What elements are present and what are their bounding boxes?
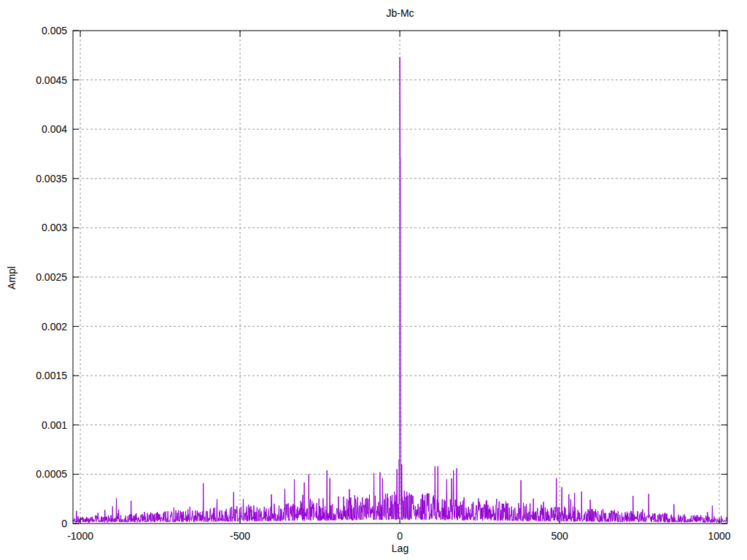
chart: Jb-Mc Ampl -1000-5000500100000.00050.001… xyxy=(0,0,747,560)
svg-text:0.0045: 0.0045 xyxy=(36,74,67,86)
svg-text:500: 500 xyxy=(551,530,568,542)
svg-text:0.004: 0.004 xyxy=(42,123,67,135)
chart-title: Jb-Mc xyxy=(73,7,727,19)
svg-text:0.0035: 0.0035 xyxy=(36,173,67,184)
svg-text:-1000: -1000 xyxy=(67,530,93,542)
svg-text:0.0025: 0.0025 xyxy=(36,271,67,283)
svg-text:0.0005: 0.0005 xyxy=(36,468,67,480)
plot-area-svg: -1000-5000500100000.00050.0010.00150.002… xyxy=(0,0,747,560)
svg-text:-500: -500 xyxy=(230,530,250,542)
svg-text:0: 0 xyxy=(397,530,403,542)
svg-text:0.005: 0.005 xyxy=(42,25,67,36)
x-axis-label: Lag xyxy=(73,542,727,554)
svg-text:0.003: 0.003 xyxy=(42,222,67,233)
svg-text:0.001: 0.001 xyxy=(42,419,67,431)
svg-text:1000: 1000 xyxy=(708,530,730,542)
svg-text:0.002: 0.002 xyxy=(42,321,67,332)
svg-text:0: 0 xyxy=(61,518,67,529)
svg-text:0.0015: 0.0015 xyxy=(36,370,67,381)
